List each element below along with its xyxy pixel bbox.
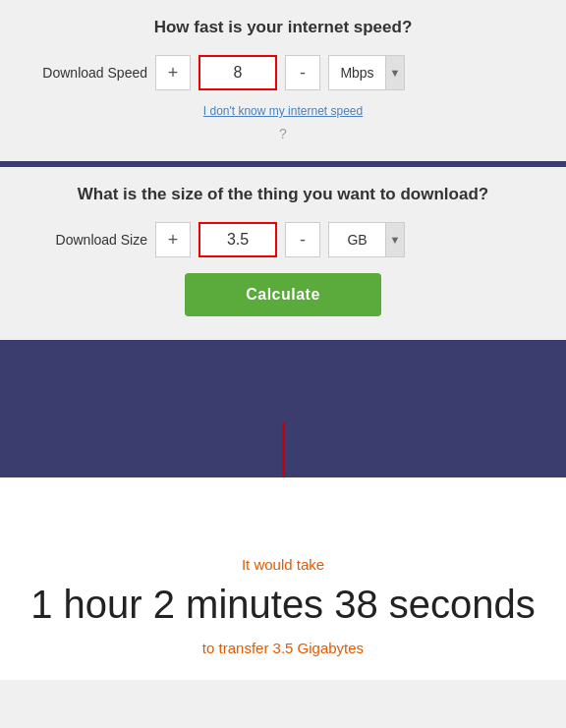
speed-plus-button[interactable]: + [155,55,191,90]
help-link-container: I don't know my internet speed [20,104,546,118]
size-input[interactable] [198,222,277,257]
size-minus-button[interactable]: - [285,222,320,257]
speed-section-title: How fast is your internet speed? [20,18,546,37]
calculate-button[interactable]: Calculate [185,273,381,316]
speed-input-row: Download Speed + - Mbps ▼ [20,55,546,90]
speed-unit-dropdown[interactable]: ▼ [385,55,405,90]
size-label: Download Size [20,232,147,248]
result-top-section [0,340,566,477]
size-unit-wrapper: GB ▼ [328,222,405,257]
size-input-row: Download Size + - GB ▼ [20,222,546,257]
result-time: 1 hour 2 minutes 38 seconds [20,583,546,626]
size-unit-display: GB [328,222,385,257]
speed-section: How fast is your internet speed? Downloa… [0,0,566,161]
speed-unit-wrapper: Mbps ▼ [328,55,405,90]
result-suffix: to transfer 3.5 Gigabytes [20,640,546,656]
speed-minus-button[interactable]: - [285,55,320,90]
speed-input[interactable] [198,55,277,90]
help-link[interactable]: I don't know my internet speed [203,104,363,118]
size-section-title: What is the size of the thing you want t… [20,185,546,204]
result-prefix: It would take [20,556,546,573]
question-mark: ? [20,126,546,141]
size-plus-button[interactable]: + [155,222,191,257]
size-section: What is the size of the thing you want t… [0,167,566,340]
speed-label: Download Speed [20,65,147,81]
speed-unit-display: Mbps [328,55,385,90]
result-bottom-section: It would take 1 hour 2 minutes 38 second… [0,477,566,680]
size-unit-dropdown[interactable]: ▼ [385,222,405,257]
